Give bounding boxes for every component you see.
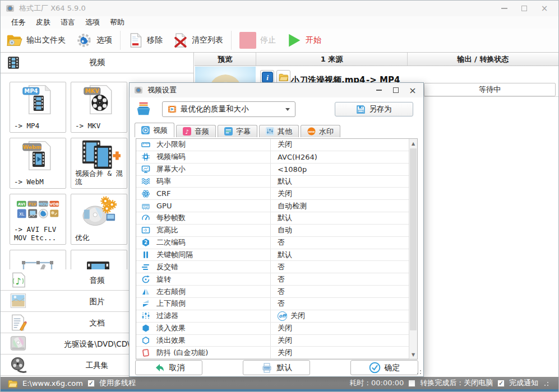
- window-resize-grip[interactable]: [543, 380, 548, 386]
- setting-row-fps[interactable]: 每秒帧数默认: [136, 212, 409, 225]
- output-path[interactable]: E:\www.x6g.com: [22, 379, 83, 388]
- app-window: 格式工厂 X64 5.9.0 × 任务皮肤语言选项帮助 输出文件夹 选项 移除 …: [0, 0, 559, 392]
- setting-value: 自动检测: [278, 201, 307, 211]
- setting-row-aspect-ratio[interactable]: 宽高比自动: [136, 225, 409, 237]
- scroll-up-icon[interactable]: ▲: [409, 139, 417, 148]
- tile-merge-icon: [71, 138, 127, 172]
- setting-label: 上下颠倒: [156, 298, 186, 309]
- clear-list-button[interactable]: 清空列表: [168, 31, 228, 49]
- svg-text:♪: ♪: [185, 128, 189, 135]
- format-tile-tile-mux[interactable]: [71, 250, 127, 269]
- format-tile--WebM[interactable]: Webm-> WebM: [10, 138, 66, 189]
- toolbar: 输出文件夹 选项 移除 清空列表 停止 开始: [1, 29, 558, 52]
- clear-list-icon: [173, 32, 188, 48]
- setting-label-cell: 过滤器: [136, 310, 271, 322]
- setting-value-cell: 否: [271, 274, 285, 284]
- setting-label-cell: 防抖 (白金功能): [136, 347, 271, 358]
- output-folder-label: 输出文件夹: [26, 35, 66, 45]
- stop-icon: [239, 32, 256, 49]
- floppy-icon: [356, 105, 366, 114]
- format-tile--MKV[interactable]: MKV-> MKV: [71, 82, 127, 133]
- stop-button[interactable]: 停止: [234, 31, 281, 50]
- format-tile--MP4[interactable]: MP4-> MP4: [10, 82, 66, 133]
- setting-value: 否: [278, 287, 285, 297]
- setting-row-size-limit[interactable]: 大小限制关闭: [136, 139, 409, 151]
- setting-row-keyframe-interval[interactable]: 关键帧间隔默认: [136, 249, 409, 262]
- dialog-minimize-icon[interactable]: [374, 86, 384, 95]
- tab-label: 字幕: [236, 127, 251, 137]
- setting-row-stabilize[interactable]: 防抖 (白金功能)关闭: [136, 347, 409, 359]
- fps-icon: [141, 213, 150, 222]
- start-button[interactable]: 开始: [281, 31, 326, 49]
- tab-水印[interactable]: NEW水印: [301, 125, 340, 137]
- sidebar-section-video[interactable]: 视频: [1, 53, 193, 73]
- format-tile-视频合并-混流[interactable]: 视频合并 & 混流: [71, 138, 127, 189]
- default-button[interactable]: DEFAULT 默认: [243, 360, 310, 375]
- dialog-resize-grip[interactable]: [420, 373, 421, 374]
- tab-label: 水印: [319, 127, 334, 137]
- setting-row-rotate[interactable]: 旋转否: [136, 273, 409, 286]
- setting-row-fade-in[interactable]: 淡入效果关闭: [136, 323, 409, 335]
- preset-select[interactable]: 最优化的质量和大小: [162, 101, 295, 117]
- scrollbar-thumb[interactable]: [410, 148, 417, 330]
- menu-item-0[interactable]: 任务: [6, 16, 31, 29]
- tile-label: -> MP4: [14, 122, 64, 130]
- remove-button[interactable]: 移除: [123, 31, 168, 49]
- setting-row-flip-horizontal[interactable]: 左右颠倒否: [136, 286, 409, 298]
- tab-label: 视频: [153, 125, 168, 136]
- setting-value: 否: [278, 274, 285, 284]
- output-folder-button[interactable]: 输出文件夹: [1, 31, 71, 50]
- tile-label: -> AVI FLV MOV Etc...: [14, 225, 64, 242]
- multithread-checkbox[interactable]: ✓: [87, 380, 95, 387]
- cancel-button[interactable]: 取消: [135, 360, 202, 375]
- setting-row-deinterlace[interactable]: 反交错否: [136, 261, 409, 273]
- scroll-down-icon[interactable]: ▼: [409, 350, 417, 359]
- flip-horizontal-icon: [141, 287, 150, 296]
- menu-item-4[interactable]: 帮助: [105, 16, 130, 29]
- dialog-maximize-icon[interactable]: [391, 86, 401, 95]
- scrollbar[interactable]: ▲ ▼: [409, 139, 417, 359]
- setting-value: 关闭: [290, 311, 305, 321]
- menu-item-2[interactable]: 语言: [56, 16, 80, 29]
- elapsed-time: 耗时 : 00:00:00: [349, 378, 404, 388]
- format-tile--AVI-FLV-MOV-Etc-[interactable]: AVIFLVMOVVOBXL-> AVI FLV MOV Etc...: [10, 194, 66, 245]
- remove-label: 移除: [147, 35, 163, 45]
- clear-list-label: 清空列表: [192, 35, 223, 45]
- ok-button[interactable]: 确定: [350, 360, 418, 375]
- format-tile-优化[interactable]: 优化: [71, 194, 127, 245]
- fade-in-icon: [141, 324, 150, 333]
- setting-row-encoder[interactable]: 视频编码AVC(H264): [136, 151, 409, 164]
- tab-视频[interactable]: 视频: [135, 123, 174, 137]
- format-tile-tile-crop[interactable]: [10, 250, 66, 269]
- options-button[interactable]: 选项: [71, 31, 117, 50]
- setting-row-flip-vertical[interactable]: 上下颠倒否: [136, 298, 409, 310]
- setting-label: 淡出效果: [156, 335, 186, 346]
- minimize-icon[interactable]: [498, 3, 510, 13]
- tile-label: -> WebM: [14, 178, 64, 186]
- setting-row-bitrate[interactable]: 码率默认: [136, 176, 409, 188]
- setting-row-fade-out[interactable]: 淡出效果关闭: [136, 335, 409, 347]
- setting-value-cell: 关闭: [271, 323, 292, 333]
- maximize-icon[interactable]: [518, 3, 530, 13]
- tab-音频[interactable]: ♪音频: [176, 125, 216, 137]
- menu-item-1[interactable]: 皮肤: [31, 16, 56, 29]
- tile-mp4-icon: MP4: [10, 82, 66, 116]
- stop-label: 停止: [260, 35, 276, 45]
- shutdown-checkbox[interactable]: [408, 380, 415, 387]
- close-icon[interactable]: ×: [538, 3, 551, 13]
- tab-其他[interactable]: 其他: [259, 125, 299, 137]
- notify-checkbox[interactable]: ✓: [497, 380, 505, 387]
- tile-avi-icon: AVIFLVMOVVOBXL: [10, 194, 66, 228]
- size-limit-icon: [141, 140, 150, 149]
- setting-row-filter[interactable]: 过滤器off关闭: [136, 310, 409, 323]
- tab-字幕[interactable]: 字幕: [218, 125, 257, 137]
- setting-value: 关闭: [278, 139, 292, 150]
- setting-row-screen-size[interactable]: 屏幕大小<1080p: [136, 164, 409, 176]
- setting-row-two-pass[interactable]: 2二次编码否: [136, 237, 409, 249]
- setting-row-gpu[interactable]: GPUGPU自动检测: [136, 200, 409, 212]
- save-as-button[interactable]: 另存为: [335, 102, 413, 116]
- tile-crop-icon: [10, 250, 66, 269]
- menu-item-3[interactable]: 选项: [80, 16, 105, 29]
- setting-row-crf[interactable]: CRF关闭: [136, 188, 409, 200]
- dialog-close-icon[interactable]: ×: [408, 86, 418, 95]
